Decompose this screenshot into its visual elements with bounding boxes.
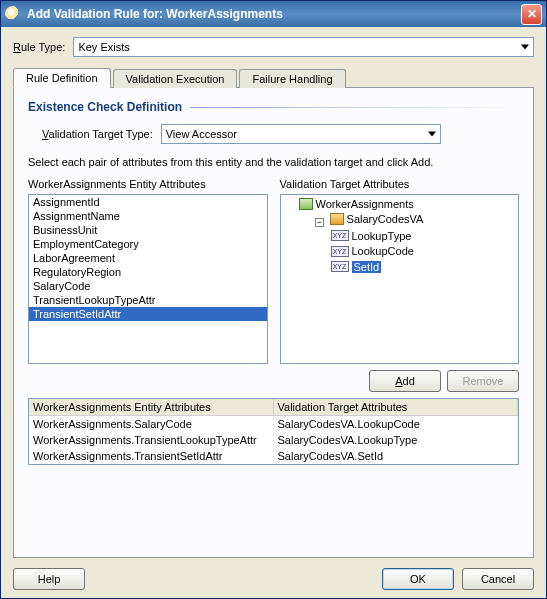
list-item[interactable]: SalaryCode (29, 279, 267, 293)
tree-toggle[interactable]: − (315, 218, 324, 227)
entity-icon (299, 198, 313, 210)
dialog-window: Add Validation Rule for: WorkerAssignmen… (0, 0, 547, 599)
section-heading: Existence Check Definition (28, 100, 519, 114)
lists-row: AssignmentId AssignmentName BusinessUnit… (28, 194, 519, 364)
rule-type-label: Rule Type: (13, 41, 65, 53)
tree-root-label: WorkerAssignments (316, 198, 414, 210)
help-button[interactable]: Help (13, 568, 85, 590)
entity-attributes-list[interactable]: AssignmentId AssignmentName BusinessUnit… (28, 194, 268, 364)
attribute-icon: XYZ (331, 261, 349, 272)
tree-node-attr[interactable]: XYZ LookupCode (331, 245, 414, 257)
tab-failure-handling[interactable]: Failure Handling (239, 69, 345, 88)
tab-validation-execution[interactable]: Validation Execution (113, 69, 238, 88)
dialog-title: Add Validation Rule for: WorkerAssignmen… (27, 7, 521, 21)
target-caption: Validation Target Attributes (280, 178, 520, 190)
list-item[interactable]: AssignmentId (29, 195, 267, 209)
list-item[interactable]: LaborAgreement (29, 251, 267, 265)
add-remove-row: Add Remove (28, 370, 519, 392)
target-attributes-tree[interactable]: WorkerAssignments − SalaryCodesVA (280, 194, 520, 364)
target-type-combo[interactable]: View Accessor (161, 124, 441, 144)
rule-type-row: Rule Type: Key Exists (13, 37, 534, 57)
tab-rule-definition[interactable]: Rule Definition (13, 68, 111, 88)
table-row[interactable]: WorkerAssignments.TransientSetIdAttr Sal… (29, 448, 518, 464)
cancel-button[interactable]: Cancel (462, 568, 534, 590)
target-type-row: Validation Target Type: View Accessor (28, 124, 519, 144)
captions-row: WorkerAssignments Entity Attributes Vali… (28, 178, 519, 190)
attribute-icon: XYZ (331, 230, 349, 241)
list-item[interactable]: BusinessUnit (29, 223, 267, 237)
client-area: Rule Type: Key Exists Rule Definition Va… (1, 27, 546, 598)
list-item[interactable]: EmploymentCategory (29, 237, 267, 251)
add-button[interactable]: Add (369, 370, 441, 392)
rule-type-combo[interactable]: Key Exists (73, 37, 534, 57)
close-icon: ✕ (527, 7, 537, 21)
list-item[interactable]: TransientSetIdAttr (29, 307, 267, 321)
tree-node-attr[interactable]: XYZ LookupType (331, 230, 412, 242)
close-button[interactable]: ✕ (521, 4, 542, 25)
tree-node-va[interactable]: SalaryCodesVA (330, 213, 424, 225)
tree-va-label: SalaryCodesVA (347, 213, 424, 225)
view-accessor-icon (330, 213, 344, 225)
app-icon (5, 6, 21, 22)
mapping-header-cell: Validation Target Attributes (274, 399, 519, 416)
target-type-label: Validation Target Type: (42, 128, 153, 140)
tree-node-attr[interactable]: XYZ SetId (331, 261, 382, 273)
tabpanel-rule-definition: Existence Check Definition Validation Ta… (13, 87, 534, 558)
table-row[interactable]: WorkerAssignments.TransientLookupTypeAtt… (29, 432, 518, 448)
hint-text: Select each pair of attributes from this… (28, 156, 519, 168)
entity-caption: WorkerAssignments Entity Attributes (28, 178, 268, 190)
list-item[interactable]: TransientLookupTypeAttr (29, 293, 267, 307)
mapping-table[interactable]: WorkerAssignments Entity Attributes Vali… (28, 398, 519, 465)
remove-button: Remove (447, 370, 519, 392)
list-item[interactable]: AssignmentName (29, 209, 267, 223)
rule-type-value: Key Exists (78, 41, 129, 53)
attribute-icon: XYZ (331, 246, 349, 257)
dialog-footer: Help OK Cancel (13, 558, 534, 590)
tab-row: Rule Definition Validation Execution Fai… (13, 67, 534, 87)
section-rule (190, 107, 519, 108)
section-heading-text: Existence Check Definition (28, 100, 182, 114)
mapping-header-cell: WorkerAssignments Entity Attributes (29, 399, 274, 416)
target-type-value: View Accessor (166, 128, 237, 140)
list-item[interactable]: RegulatoryRegion (29, 265, 267, 279)
tree-node-root[interactable]: WorkerAssignments (299, 198, 414, 210)
ok-button[interactable]: OK (382, 568, 454, 590)
titlebar: Add Validation Rule for: WorkerAssignmen… (1, 1, 546, 27)
tabs: Rule Definition Validation Execution Fai… (13, 67, 534, 558)
mapping-header: WorkerAssignments Entity Attributes Vali… (29, 399, 518, 416)
table-row[interactable]: WorkerAssignments.SalaryCode SalaryCodes… (29, 416, 518, 432)
